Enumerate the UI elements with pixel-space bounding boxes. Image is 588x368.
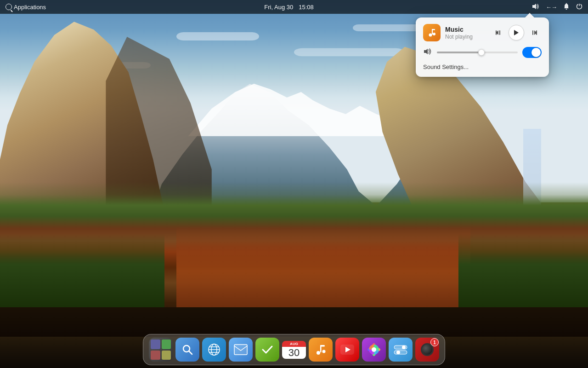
topbar-date: Fri, Aug 30 — [264, 4, 293, 11]
notifications-icon[interactable] — [563, 3, 570, 12]
desktop: Applications Fri, Aug 30 15:08 ←→ — [0, 0, 588, 368]
svg-rect-12 — [536, 30, 537, 35]
svg-line-15 — [189, 351, 192, 354]
cloud-2 — [294, 48, 404, 57]
apps-label: Applications — [14, 4, 46, 11]
svg-rect-11 — [532, 30, 533, 35]
volume-row — [423, 47, 542, 58]
volume-speaker-icon — [423, 47, 432, 58]
svg-rect-25 — [320, 345, 325, 347]
sound-settings-link[interactable]: Sound Settings... — [423, 63, 542, 71]
dock-item-music[interactable] — [309, 338, 333, 362]
cloud-3 — [353, 24, 422, 31]
svg-point-38 — [402, 345, 406, 349]
music-note-icon — [314, 343, 327, 356]
prev-track-button[interactable] — [491, 26, 505, 40]
apps-search-icon — [6, 4, 12, 10]
svg-point-36 — [372, 347, 376, 352]
calendar-day-number: 30 — [282, 347, 306, 359]
arrows-icon[interactable]: ←→ — [546, 4, 557, 11]
popup-app-status: Not playing — [445, 34, 473, 40]
dock-item-photobooth[interactable]: 1 — [415, 338, 439, 362]
popup-app-text: Music Not playing — [445, 26, 473, 40]
settings-toggle-icon — [394, 344, 407, 355]
screentime-cell-1 — [151, 339, 160, 349]
applications-menu[interactable]: Applications — [6, 4, 46, 11]
svg-point-40 — [396, 351, 400, 354]
volume-slider-thumb — [478, 49, 485, 56]
svg-rect-21 — [234, 345, 247, 355]
dock: AUG 30 — [143, 334, 445, 365]
checkmark-icon — [260, 343, 274, 356]
calendar-month-header: AUG — [282, 341, 306, 347]
popup-app-name: Music — [445, 26, 473, 33]
photobooth-badge: 1 — [430, 338, 439, 346]
dock-item-screentime[interactable] — [149, 338, 173, 362]
popup-app-info: Music Not playing — [423, 24, 473, 41]
mail-icon — [234, 344, 248, 355]
dock-item-calendar[interactable]: AUG 30 — [282, 338, 306, 362]
music-popup: Music Not playing — [416, 17, 549, 77]
screentime-cell-3 — [151, 351, 160, 360]
svg-marker-0 — [532, 4, 536, 9]
svg-point-2 — [429, 34, 432, 37]
dock-item-youtube[interactable] — [335, 338, 359, 362]
music-app-icon — [423, 24, 441, 41]
svg-rect-7 — [499, 30, 500, 35]
screentime-grid-icon — [149, 338, 173, 362]
popup-playback-controls — [491, 25, 542, 40]
popup-header: Music Not playing — [423, 24, 542, 41]
svg-point-22 — [317, 351, 320, 355]
ground — [0, 307, 588, 337]
flower-icon — [366, 342, 382, 357]
volume-icon[interactable] — [532, 3, 539, 11]
dock-item-tasks[interactable] — [255, 338, 279, 362]
svg-rect-5 — [432, 29, 435, 30]
svg-point-1 — [566, 3, 567, 4]
search-icon — [181, 343, 194, 356]
cloud-1 — [176, 32, 259, 40]
svg-marker-9 — [514, 30, 519, 35]
volume-slider-fill — [437, 52, 481, 53]
topbar: Applications Fri, Aug 30 15:08 ←→ — [0, 0, 588, 14]
dock-item-settings[interactable] — [389, 338, 413, 362]
svg-point-23 — [322, 350, 326, 353]
dock-item-photos[interactable] — [362, 338, 386, 362]
screentime-cell-2 — [162, 339, 171, 349]
next-track-button[interactable] — [528, 26, 542, 40]
dock-item-finder[interactable] — [175, 338, 199, 362]
svg-rect-39 — [394, 351, 407, 354]
play-button[interactable] — [509, 25, 524, 40]
topbar-time: 15:08 — [299, 4, 314, 11]
volume-slider[interactable] — [437, 52, 518, 53]
play-icon — [340, 345, 354, 355]
dock-item-browser[interactable] — [202, 338, 226, 362]
sound-toggle[interactable] — [522, 47, 542, 58]
screentime-cell-4 — [162, 351, 171, 360]
svg-point-3 — [433, 33, 435, 35]
power-icon[interactable] — [576, 3, 582, 11]
calendar-icon-inner: AUG 30 — [282, 341, 306, 359]
svg-rect-8 — [496, 30, 497, 35]
globe-icon — [207, 343, 221, 356]
svg-marker-13 — [424, 49, 428, 54]
dock-item-mail[interactable] — [229, 338, 253, 362]
